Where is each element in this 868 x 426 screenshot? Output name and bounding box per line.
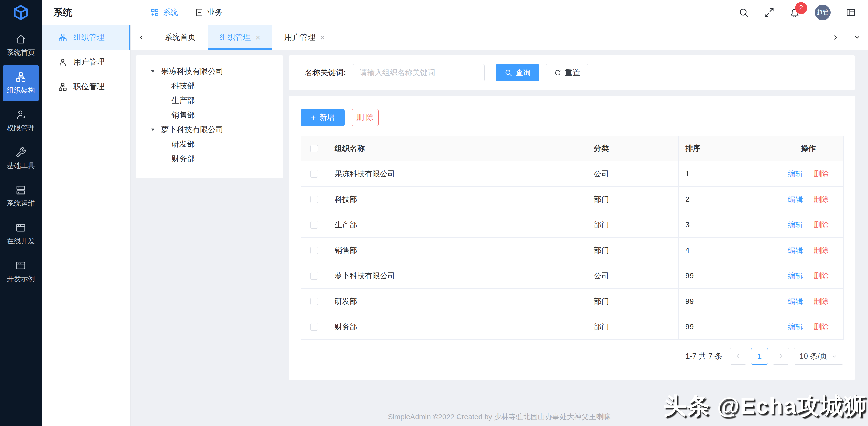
sidebar-item-organization[interactable]: 组织架构: [3, 65, 39, 101]
prev-page-button[interactable]: [730, 348, 746, 365]
sidebar-item-dev-demo[interactable]: 开发示例: [0, 253, 42, 290]
org-keyword-input[interactable]: [352, 64, 485, 81]
tree-node-dept[interactable]: 科技部: [135, 78, 283, 93]
delete-button[interactable]: 删 除: [351, 109, 379, 126]
tab-org-management[interactable]: 组织管理 ×: [208, 25, 272, 50]
window-icon: [16, 222, 26, 233]
tree-node-dept[interactable]: 财务部: [135, 151, 283, 166]
layout-settings-icon[interactable]: [846, 7, 856, 18]
org-name-cell: 研发部: [328, 289, 587, 314]
search-panel: 名称关键词: 查询 重置: [288, 55, 855, 90]
table-row: 销售部 部门 4 编辑 删除: [301, 238, 843, 263]
row-checkbox[interactable]: [310, 297, 318, 305]
edit-link[interactable]: 编辑: [788, 245, 803, 256]
submenu-item-position-management[interactable]: 职位管理: [42, 74, 130, 99]
sidebar: 系统首页 组织架构 权限管理 基础工具 系统运维 在线开发 开发示例: [0, 25, 42, 426]
edit-link[interactable]: 编辑: [788, 271, 803, 281]
category-cell: 部门: [587, 314, 679, 340]
edit-link[interactable]: 编辑: [788, 220, 803, 230]
sidebar-item-home[interactable]: 系统首页: [0, 27, 42, 64]
caret-down-icon[interactable]: [150, 127, 155, 132]
column-header-sort[interactable]: 排序: [679, 136, 773, 161]
tree-node-label: 财务部: [172, 154, 195, 164]
page-size-select[interactable]: 10 条/页: [794, 348, 843, 365]
sidebar-item-permissions[interactable]: 权限管理: [0, 102, 42, 139]
row-checkbox[interactable]: [310, 196, 318, 203]
home-icon: [16, 34, 26, 45]
select-all-checkbox[interactable]: [310, 145, 318, 153]
tree-node-dept[interactable]: 生产部: [135, 93, 283, 108]
delete-link[interactable]: 删除: [814, 245, 829, 256]
tabs-menu-button[interactable]: [846, 25, 868, 50]
notification-bell-icon[interactable]: 2: [789, 7, 800, 18]
chevron-right-icon: [831, 34, 839, 41]
column-header-category[interactable]: 分类: [587, 136, 679, 161]
tabs-scroll-right-button[interactable]: [824, 25, 846, 50]
sidebar-item-online-dev[interactable]: 在线开发: [0, 216, 42, 252]
row-checkbox[interactable]: [310, 247, 318, 254]
page-size-value: 10 条/页: [800, 351, 827, 361]
category-cell: 公司: [587, 161, 679, 187]
tab-system-home[interactable]: 系统首页: [152, 25, 208, 50]
tab-label: 系统首页: [164, 32, 196, 43]
delete-link[interactable]: 删除: [814, 194, 829, 205]
table-toolbar: + 新增 删 除: [301, 109, 843, 126]
caret-down-icon[interactable]: [150, 69, 155, 74]
next-page-button[interactable]: [773, 348, 789, 365]
delete-link[interactable]: 删除: [814, 296, 829, 307]
tree-node-dept[interactable]: 研发部: [135, 137, 283, 151]
tree-node-company-2[interactable]: 萝卜科技有限公司: [135, 122, 283, 137]
sort-cell: 99: [679, 314, 773, 340]
column-header-name[interactable]: 组织名称: [328, 136, 587, 161]
avatar[interactable]: 超管: [815, 5, 831, 20]
reset-button[interactable]: 重置: [546, 64, 588, 81]
close-icon[interactable]: ×: [255, 33, 260, 42]
search-field-label: 名称关键词:: [305, 67, 346, 78]
add-button[interactable]: + 新增: [301, 109, 345, 126]
row-checkbox[interactable]: [310, 170, 318, 177]
top-nav-business[interactable]: 业务: [195, 7, 223, 18]
wrench-icon: [16, 147, 26, 158]
sort-cell: 3: [679, 212, 773, 238]
fullscreen-icon[interactable]: [764, 7, 774, 18]
tab-user-management[interactable]: 用户管理 ×: [272, 25, 337, 50]
tabbar-right-controls: [824, 25, 868, 50]
row-checkbox[interactable]: [310, 221, 318, 229]
sidebar-item-ops[interactable]: 系统运维: [0, 178, 42, 215]
submenu-item-user-management[interactable]: 用户管理: [42, 50, 130, 74]
org-table: 组织名称 分类 排序 操作 果冻科技有限公司 公司 1 编辑 删除 科技部 部: [301, 136, 843, 340]
edit-link[interactable]: 编辑: [788, 194, 803, 205]
close-icon[interactable]: ×: [320, 33, 325, 42]
top-nav-system[interactable]: 系统: [150, 7, 178, 18]
sidebar-item-tools[interactable]: 基础工具: [0, 140, 42, 177]
row-checkbox[interactable]: [310, 323, 318, 331]
tabs-scroll-left-button[interactable]: [131, 25, 152, 50]
chevron-down-icon: [831, 353, 838, 359]
page-number-button[interactable]: 1: [751, 348, 768, 365]
tree-node-dept[interactable]: 销售部: [135, 108, 283, 122]
submenu-item-org-management[interactable]: 组织管理: [42, 25, 130, 50]
sort-cell: 99: [679, 263, 773, 289]
search-icon[interactable]: [738, 7, 749, 18]
app-logo[interactable]: [0, 0, 42, 25]
delete-link[interactable]: 删除: [814, 220, 829, 230]
page-title: 系统: [53, 6, 72, 19]
delete-link[interactable]: 删除: [814, 169, 829, 179]
row-checkbox[interactable]: [310, 272, 318, 280]
pagination-total: 1-7 共 7 条: [686, 351, 722, 361]
tree-node-company-1[interactable]: 果冻科技有限公司: [135, 64, 283, 78]
edit-link[interactable]: 编辑: [788, 296, 803, 307]
org-name-cell: 科技部: [328, 187, 587, 212]
delete-link[interactable]: 删除: [814, 322, 829, 332]
sidebar-item-label: 开发示例: [7, 274, 35, 284]
delete-link[interactable]: 删除: [814, 271, 829, 281]
sort-cell: 1: [679, 161, 773, 187]
action-divider: [808, 221, 808, 229]
edit-link[interactable]: 编辑: [788, 322, 803, 332]
tree-node-label: 果冻科技有限公司: [161, 66, 223, 77]
org-name-cell: 生产部: [328, 212, 587, 238]
table-row: 财务部 部门 99 编辑 删除: [301, 314, 843, 340]
edit-link[interactable]: 编辑: [788, 169, 803, 179]
sidebar-item-label: 基础工具: [7, 161, 35, 170]
query-button[interactable]: 查询: [496, 64, 539, 81]
